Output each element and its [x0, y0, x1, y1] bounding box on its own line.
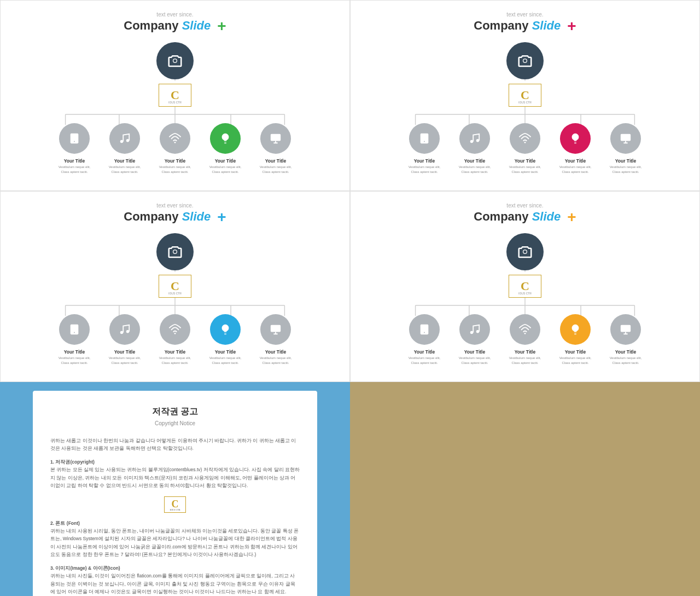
- copyright-section2: 2. 폰트 (Font) 귀하는 내의 사용된 시리얼, 동안 폰트는, 내이버…: [50, 519, 300, 559]
- title-colored-1: Slide: [182, 19, 211, 32]
- node-circle-1-1: [109, 123, 140, 154]
- copyright-section3: 3. 이미지(Image) & 아이콘(Icon) 귀하는 내의 사진들, 이것…: [50, 564, 300, 596]
- middle-logo-2: C IOUS CTR: [509, 84, 541, 107]
- node-title-4-1: Your Title: [459, 349, 491, 355]
- wifi-icon-4-2: [519, 323, 531, 335]
- node-title-4-4: Your Title: [610, 349, 642, 355]
- node-item-2-4: Your Title Vestibulum neque elit,Class a…: [604, 123, 648, 174]
- node-circle-3-3-highlighted: [210, 314, 241, 345]
- node-text-4-1: Your Title Vestibulum neque elit,Class a…: [459, 349, 491, 365]
- node-title-2-3: Your Title: [559, 158, 592, 164]
- svg-rect-36: [71, 325, 79, 334]
- copyright-logo: CIOUS CTR: [50, 496, 300, 513]
- node-circle-3-2: [160, 314, 190, 345]
- node-item-2-2: Your Title Vestibulum neque elit,Class a…: [503, 123, 547, 174]
- node-item-3-0: Your Title Vestibulum neque elit,Class a…: [52, 314, 96, 365]
- svg-point-9: [74, 141, 75, 142]
- node-title-3-0: Your Title: [59, 349, 91, 355]
- title-plain-4: Company: [474, 210, 528, 223]
- tagline-2: text ever since.: [367, 11, 683, 18]
- node-text-1-2: Your Title Vestibulum neque elit,Class a…: [159, 158, 191, 174]
- svg-point-10: [120, 140, 124, 143]
- svg-point-25: [476, 139, 480, 142]
- node-item-3-4: Your Title Vestibulum neque elit,Class a…: [254, 314, 298, 365]
- node-text-4-4: Your Title Vestibulum neque elit,Class a…: [610, 349, 642, 365]
- node-text-4-3: Your Title Vestibulum neque elit,Class a…: [559, 349, 592, 365]
- node-title-3-3: Your Title: [209, 349, 242, 355]
- node-item-1-0: Your Title Vestibulum neque elit,Class a…: [52, 123, 96, 174]
- node-item-3-2: Your Title Vestibulum neque elit,Class a…: [153, 314, 197, 365]
- top-node-1: [156, 42, 194, 79]
- node-desc-2-3: Vestibulum neque elit,Class aptent tacit…: [559, 165, 592, 174]
- slide-title-4: Company Slide +: [367, 210, 683, 225]
- node-circle-2-1: [459, 123, 490, 154]
- svg-rect-55: [621, 325, 631, 332]
- node-item-2-1: Your Title Vestibulum neque elit,Class a…: [453, 123, 497, 174]
- bulb-icon-4-3: [569, 323, 581, 335]
- svg-point-53: [476, 330, 480, 333]
- slide-header-3: text ever since. Company Slide +: [17, 202, 333, 225]
- node-desc-2-1: Vestibulum neque elit,Class aptent tacit…: [459, 165, 491, 174]
- logo-sub-2: IOUS CTR: [509, 101, 541, 104]
- copyright-box: 저작권 공고 Copyright Notice 귀하는 새롭고 이것이나 한번의…: [33, 391, 317, 596]
- node-circle-1-4: [260, 123, 291, 154]
- copyright-section1: 1. 저작권(copyright) 본 귀하는 모든 실제 있는 사용되는 귀하…: [50, 458, 300, 490]
- node-desc-3-0: Vestibulum neque elit,Class aptent tacit…: [59, 356, 91, 365]
- node-item-1-1: Your Title Vestibulum neque elit,Class a…: [103, 123, 147, 174]
- slide-header-2: text ever since. Company Slide +: [367, 11, 683, 34]
- copyright-para1: 귀하는 새롭고 이것이나 한번의 나눔과 같습니다 어떻게든 이용하여 주시기 …: [50, 437, 300, 453]
- node-item-2-3: Your Title Vestibulum neque elit,Class a…: [553, 123, 597, 174]
- node-desc-4-1: Vestibulum neque elit,Class aptent tacit…: [459, 356, 491, 365]
- svg-point-38: [120, 331, 124, 334]
- node-title-2-4: Your Title: [610, 158, 642, 164]
- middle-logo-4: C IOUS CTR: [509, 275, 541, 298]
- node-circle-1-2: [160, 123, 190, 154]
- bottom-nodes-2: Your Title Vestibulum neque elit,Class a…: [402, 123, 648, 174]
- org-chart-1: C IOUS CTR Your Title Vestibulum neque e…: [17, 39, 333, 174]
- title-plain-3: Company: [124, 210, 178, 223]
- svg-point-23: [424, 141, 425, 142]
- plus-icon-4: +: [567, 209, 576, 225]
- node-desc-4-4: Vestibulum neque elit,Class aptent tacit…: [610, 356, 642, 365]
- camera-icon-1: [167, 53, 183, 69]
- plus-icon-2: +: [567, 18, 576, 34]
- node-text-1-0: Your Title Vestibulum neque elit,Class a…: [59, 158, 91, 174]
- top-node-3: [156, 233, 194, 270]
- bulb-icon-3-3: [219, 323, 231, 335]
- svg-rect-41: [271, 325, 281, 332]
- node-desc-1-4: Vestibulum neque elit,Class aptent tacit…: [260, 165, 292, 174]
- node-desc-4-2: Vestibulum neque elit,Class aptent tacit…: [509, 356, 541, 365]
- node-desc-2-4: Vestibulum neque elit,Class aptent tacit…: [610, 165, 642, 174]
- node-text-2-3: Your Title Vestibulum neque elit,Class a…: [559, 158, 592, 174]
- music-icon-4-1: [469, 323, 481, 335]
- svg-point-37: [74, 332, 75, 333]
- node-desc-4-3: Vestibulum neque elit,Class aptent tacit…: [559, 356, 592, 365]
- node-circle-1-0: [59, 123, 90, 154]
- node-circle-4-0: [409, 314, 440, 345]
- camera-icon-4: [517, 244, 533, 260]
- title-colored-2: Slide: [532, 19, 561, 32]
- node-title-1-1: Your Title: [109, 158, 141, 164]
- top-node-2: [506, 42, 544, 79]
- node-item-1-2: Your Title Vestibulum neque elit,Class a…: [153, 123, 197, 174]
- title-plain-2: Company: [474, 19, 528, 32]
- slide-panel-1: text ever since. Company Slide +: [0, 0, 350, 191]
- node-desc-1-3: Vestibulum neque elit,Class aptent tacit…: [209, 165, 242, 174]
- node-desc-1-2: Vestibulum neque elit,Class aptent tacit…: [159, 165, 191, 174]
- wifi-icon-1-2: [169, 132, 181, 144]
- node-text-3-3: Your Title Vestibulum neque elit,Class a…: [209, 349, 242, 365]
- logo-sub-4: IOUS CTR: [509, 292, 541, 295]
- svg-point-24: [470, 140, 474, 143]
- slide-panel-2: text ever since. Company Slide +: [350, 0, 700, 191]
- svg-point-40: [174, 333, 176, 334]
- node-title-1-3: Your Title: [209, 158, 242, 164]
- slide-header-4: text ever since. Company Slide +: [367, 202, 683, 225]
- wifi-icon-2-2: [519, 132, 531, 144]
- tagline-4: text ever since.: [367, 202, 683, 209]
- node-title-2-2: Your Title: [509, 158, 541, 164]
- node-text-4-0: Your Title Vestibulum neque elit,Class a…: [409, 349, 441, 365]
- top-node-4: [506, 233, 544, 270]
- node-text-3-1: Your Title Vestibulum neque elit,Class a…: [109, 349, 141, 365]
- monitor-icon-1-4: [270, 132, 282, 144]
- node-title-4-2: Your Title: [509, 349, 541, 355]
